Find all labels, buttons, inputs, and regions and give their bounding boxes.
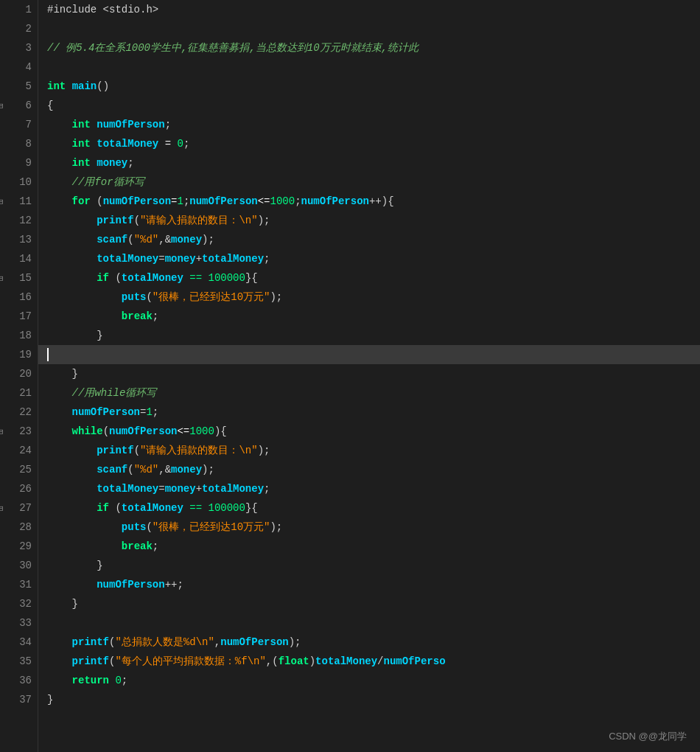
- token-plain: [47, 157, 72, 169]
- token-num: 100000: [208, 272, 245, 284]
- token-plain: }: [47, 368, 78, 380]
- token-str: "请输入捐款的数目：\n": [140, 444, 258, 457]
- token-fn: puts: [122, 521, 147, 533]
- token-plain: [47, 138, 72, 150]
- token-plain: [47, 579, 97, 591]
- token-plain: [47, 502, 97, 514]
- line-number-25: 25: [0, 460, 38, 479]
- token-plain: [158, 138, 164, 150]
- token-plain: );: [289, 636, 301, 648]
- token-plain: ++;: [165, 579, 183, 591]
- token-comment: //用while循环写: [72, 386, 157, 400]
- fold-icon-23[interactable]: ⊟: [0, 427, 4, 436]
- token-plain: ;: [153, 540, 158, 552]
- token-plain: ;: [183, 138, 189, 150]
- token-plain: ;: [153, 406, 158, 418]
- token-plain: [183, 272, 189, 284]
- code-line-34: printf("总捐款人数是%d\n",numOfPerson);: [38, 633, 700, 652]
- token-plain: [47, 655, 72, 667]
- token-plain: =: [158, 253, 164, 265]
- token-fn: scanf: [97, 464, 127, 476]
- token-plain: [47, 483, 97, 495]
- token-kw: int: [72, 157, 91, 169]
- token-plain: ;: [264, 253, 270, 265]
- line-number-8: 8: [0, 134, 38, 153]
- line-number-7: 7: [0, 115, 38, 134]
- token-kw: break: [122, 540, 153, 552]
- token-var: money: [165, 253, 196, 265]
- fold-icon-27[interactable]: ⊟: [0, 504, 4, 513]
- token-plain: ;: [183, 195, 189, 207]
- token-plain: ;: [153, 310, 158, 322]
- line-number-3: 3: [0, 38, 38, 58]
- token-var: money: [171, 464, 202, 476]
- code-line-25: scanf("%d",&money);: [38, 460, 700, 479]
- token-include: #include <stdio.h>: [47, 4, 158, 15]
- code-line-10: //用for循环写: [38, 173, 700, 192]
- token-plain: (: [127, 464, 133, 476]
- token-comment: // 例5.4在全系1000学生中,征集慈善募捐,当总数达到10万元时就结束,统…: [47, 41, 419, 55]
- line-number-23: 23⊟: [0, 422, 38, 441]
- line-number-28: 28: [0, 518, 38, 537]
- line-number-11: 11⊟: [0, 192, 38, 211]
- token-var: money: [91, 157, 127, 169]
- token-plain: );: [270, 291, 282, 303]
- token-plain: ,&: [158, 464, 171, 476]
- token-op: <=: [177, 425, 189, 437]
- token-plain: (: [134, 215, 140, 226]
- line-number-33: 33: [0, 613, 38, 633]
- token-str: "很棒，已经到达10万元": [153, 290, 270, 304]
- token-plain: [47, 406, 72, 418]
- code-line-14: totalMoney=money+totalMoney;: [38, 249, 700, 268]
- token-plain: (: [146, 291, 152, 303]
- token-var: money: [171, 234, 202, 246]
- token-plain: (: [91, 195, 103, 207]
- token-plain: [183, 502, 189, 514]
- line-number-1: 1: [0, 0, 38, 19]
- token-var: totalMoney: [97, 253, 158, 265]
- code-line-18: }: [38, 326, 700, 345]
- line-number-9: 9: [0, 153, 38, 173]
- token-plain: [202, 502, 208, 514]
- token-kw: int: [72, 138, 91, 150]
- line-number-19: 19: [0, 345, 38, 364]
- token-str: "%d": [134, 234, 159, 246]
- fold-icon-6[interactable]: ⊟: [0, 101, 4, 111]
- token-plain: [47, 540, 122, 552]
- token-var: totalMoney: [202, 253, 264, 265]
- token-kw: for: [72, 195, 91, 207]
- code-line-11: for (numOfPerson=1;numOfPerson<=1000;num…: [38, 192, 700, 211]
- code-area[interactable]: #include <stdio.h>// 例5.4在全系1000学生中,征集慈善…: [38, 0, 700, 752]
- line-number-26: 26: [0, 479, 38, 498]
- fold-icon-15[interactable]: ⊟: [0, 274, 4, 283]
- token-plain: );: [202, 464, 214, 476]
- token-op: =: [171, 195, 177, 207]
- token-num: 100000: [208, 502, 245, 514]
- line-number-5: 5: [0, 77, 38, 96]
- token-plain: +: [196, 483, 202, 495]
- line-number-35: 35: [0, 652, 38, 671]
- code-line-33: [38, 613, 700, 633]
- token-num: 0: [177, 138, 183, 150]
- token-plain: [47, 119, 72, 130]
- token-plain: [47, 291, 122, 303]
- token-plain: [202, 272, 208, 284]
- token-var: totalMoney: [315, 655, 377, 667]
- token-eq: ==: [189, 272, 202, 284]
- code-line-35: printf("每个人的平均捐款数据：%f\n",(float)totalMon…: [38, 652, 700, 671]
- token-str: "总捐款人数是%d\n": [115, 636, 214, 649]
- line-number-22: 22: [0, 403, 38, 422]
- token-plain: [47, 272, 97, 284]
- token-plain: [47, 464, 97, 476]
- line-number-12: 12: [0, 211, 38, 230]
- token-var: numOfPerson: [189, 195, 257, 207]
- token-plain: }: [47, 330, 103, 341]
- watermark: CSDN @@龙同学: [609, 730, 687, 743]
- fold-icon-11[interactable]: ⊟: [0, 197, 4, 206]
- token-num: 1000: [270, 195, 295, 207]
- code-line-23: while(numOfPerson<=1000){: [38, 422, 700, 441]
- line-number-13: 13: [0, 230, 38, 249]
- token-var: numOfPerson: [220, 636, 288, 648]
- line-number-16: 16: [0, 288, 38, 307]
- token-op: <=: [258, 195, 270, 207]
